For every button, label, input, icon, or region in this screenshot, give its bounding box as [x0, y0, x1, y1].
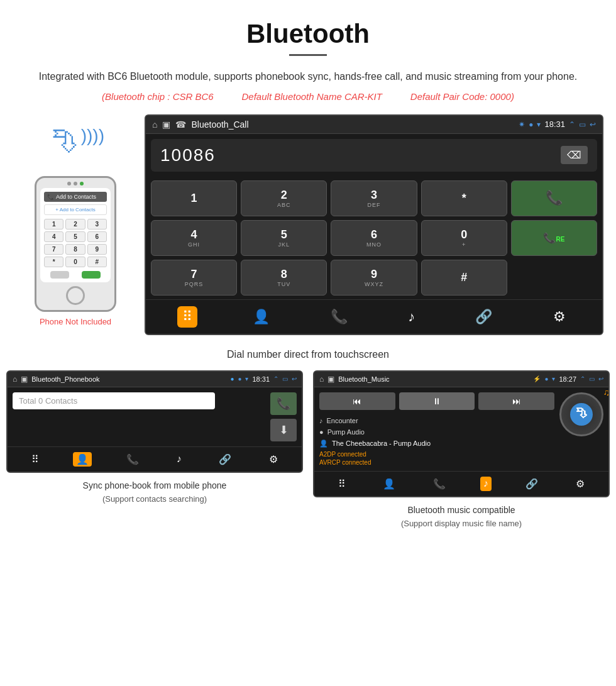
music-notes-icon: ♫: [603, 387, 610, 397]
call-action-btn[interactable]: 📞: [270, 392, 297, 415]
phonebook-screen-header: ⌂ ▣ Bluetooth_Phonebook ● ● ▾ 18:31 ⌃ ▭ …: [8, 372, 302, 387]
key-8[interactable]: 8TUV: [241, 260, 327, 296]
pb-wifi-icon: ▾: [245, 375, 248, 382]
key-7[interactable]: 7PQRS: [151, 260, 237, 296]
phone-dot: [67, 182, 71, 185]
key-6[interactable]: 6MNO: [331, 220, 417, 256]
key-3[interactable]: 3DEF: [331, 180, 417, 216]
track-name-1: Encounter: [327, 417, 358, 424]
mu-expand-icon: ⌃: [580, 375, 585, 382]
phonebook-caption-text: Sync phone-book from mobile phone: [83, 480, 227, 490]
mu-window-icon: ▣: [327, 375, 334, 384]
call-button[interactable]: 📞: [511, 180, 597, 216]
toolbar-keypad-btn[interactable]: ⠿: [177, 306, 197, 328]
phone-key-star: *: [44, 257, 63, 267]
recall-button[interactable]: 📞RE: [511, 220, 597, 256]
mu-toolbar-contacts[interactable]: 👤: [380, 477, 399, 491]
pb-toolbar-link[interactable]: 🔗: [216, 452, 234, 467]
spec-code: Default Pair Code: 0000): [410, 91, 514, 102]
dial-car-screen: ⌂ ▣ ☎ Bluetooth_Call ✷ ● ▾ 18:31 ⌃ ▭ ↩ 1…: [145, 114, 603, 335]
music-content: ⏮ ⏸ ⏭ ♪ Encounter ● Pump Audio: [314, 387, 608, 471]
phone-bottom-bar: [44, 271, 107, 279]
backspace-button[interactable]: ⌫: [561, 146, 588, 164]
phone-key-1: 1: [44, 219, 63, 230]
phonebook-car-screen: ⌂ ▣ Bluetooth_Phonebook ● ● ▾ 18:31 ⌃ ▭ …: [6, 370, 303, 473]
a2dp-status: A2DP connected: [319, 450, 554, 458]
window-icon: ▣: [162, 119, 170, 130]
toolbar-phone-btn[interactable]: 📞: [326, 306, 353, 328]
contact-search-field[interactable]: Total 0 Contacts: [13, 392, 215, 409]
phone-key-0: 0: [65, 257, 85, 267]
mu-toolbar-keypad[interactable]: ⠿: [335, 477, 349, 491]
pb-toolbar-keypad[interactable]: ⠿: [28, 452, 42, 467]
phone-top-bar: [40, 182, 111, 185]
next-track-btn[interactable]: ⏭: [478, 392, 554, 410]
phone-key-5: 5: [65, 231, 85, 242]
phone-end-btn: [50, 271, 69, 279]
key-star[interactable]: *: [421, 180, 507, 216]
phone-key-8: 8: [65, 244, 85, 255]
prev-track-btn[interactable]: ⏮: [319, 392, 395, 410]
pb-bt-icon: ●: [230, 375, 234, 382]
mu-toolbar-link[interactable]: 🔗: [522, 477, 541, 491]
mu-toolbar-settings[interactable]: ⚙: [573, 477, 588, 491]
dialed-number: 10086: [160, 145, 216, 165]
pb-expand-icon: ⌃: [273, 375, 278, 382]
mu-window2-icon: ▭: [589, 375, 595, 382]
mu-toolbar-music[interactable]: ♪: [480, 477, 492, 491]
pb-toolbar-phone[interactable]: 📞: [123, 452, 142, 467]
key-2[interactable]: 2ABC: [241, 180, 327, 216]
phone-header-icon: 📞: [47, 194, 54, 200]
key-1[interactable]: 1: [151, 180, 237, 216]
key-4[interactable]: 4GHI: [151, 220, 237, 256]
note-icon-1: ♪: [319, 417, 323, 424]
pb-toolbar-contacts[interactable]: 👤: [73, 452, 92, 467]
mu-toolbar-phone[interactable]: 📞: [430, 477, 449, 491]
mu-back-icon: ↩: [598, 375, 603, 382]
music-controls: ⏮ ⏸ ⏭: [319, 392, 554, 410]
key-9[interactable]: 9WXYZ: [331, 260, 417, 296]
music-column: ⌂ ▣ Bluetooth_Music ⚡ ● ▾ 18:27 ⌃ ▭ ↩ ⏮: [313, 370, 610, 530]
pb-toolbar-settings[interactable]: ⚙: [266, 452, 281, 467]
disc-artwork: ⮷: [559, 392, 603, 436]
dial-toolbar: ⠿ 👤 📞 ♪ 🔗 ⚙: [146, 299, 602, 334]
toolbar-link-btn[interactable]: 🔗: [470, 306, 497, 328]
phone-key-6: 6: [87, 231, 107, 242]
mu-net-icon: ●: [544, 375, 548, 382]
music-screen-header: ⌂ ▣ Bluetooth_Music ⚡ ● ▾ 18:27 ⌃ ▭ ↩: [314, 372, 608, 387]
phonebook-toolbar: ⠿ 👤 📞 ♪ 🔗 ⚙: [8, 446, 302, 472]
key-0[interactable]: 0+: [421, 220, 507, 256]
phone-add-contact: + Add to Contacts: [44, 204, 107, 215]
toolbar-contacts-btn[interactable]: 👤: [248, 306, 275, 328]
disc-art-container: ⮷ ♫: [559, 392, 603, 466]
phone-key-2: 2: [65, 219, 85, 230]
pb-toolbar-music[interactable]: ♪: [173, 452, 185, 467]
key-hash[interactable]: #: [421, 260, 507, 296]
toolbar-music-btn[interactable]: ♪: [403, 306, 420, 328]
toolbar-settings-btn[interactable]: ⚙: [548, 306, 571, 328]
track-item-3: 👤 The Cheebacabra - Pump Audio: [319, 438, 554, 450]
mu-clock: 18:27: [559, 375, 576, 383]
signal-waves-icon: )))): [81, 126, 104, 146]
title-divider: [289, 54, 327, 56]
phonebook-column: ⌂ ▣ Bluetooth_Phonebook ● ● ▾ 18:31 ⌃ ▭ …: [6, 370, 303, 530]
phone-mockup: 📞 Add to Contacts + Add to Contacts 1 2 …: [35, 176, 116, 312]
status-bar: ✷ ● ▾ 18:31 ⌃ ▭ ↩: [519, 119, 596, 129]
phone-keypad: 1 2 3 4 5 6 7 8 9 * 0 #: [44, 219, 107, 267]
key-5[interactable]: 5JKL: [241, 220, 327, 256]
play-pause-btn[interactable]: ⏸: [399, 392, 475, 410]
music-info: ⏮ ⏸ ⏭ ♪ Encounter ● Pump Audio: [319, 392, 554, 466]
music-sub-caption: (Support display music file name): [401, 519, 522, 528]
main-section: ⮷ )))) 📞 Add to Contacts + Add to Contac…: [0, 114, 616, 341]
person-icon: 👤: [319, 440, 328, 448]
phone-key-4: 4: [44, 231, 63, 242]
pb-clock: 18:31: [252, 375, 270, 383]
music-screen-title: Bluetooth_Music: [338, 375, 529, 383]
download-action-btn[interactable]: ⬇: [270, 419, 297, 441]
window2-icon: ▭: [579, 120, 586, 129]
bottom-screens: ⌂ ▣ Bluetooth_Phonebook ● ● ▾ 18:31 ⌃ ▭ …: [0, 370, 616, 540]
phonebook-screen-title: Bluetooth_Phonebook: [31, 375, 226, 383]
phone-key-hash: #: [87, 257, 107, 267]
wifi-icon: ▾: [537, 120, 541, 129]
bluetooth-badge-icon: ⮷: [570, 403, 593, 426]
